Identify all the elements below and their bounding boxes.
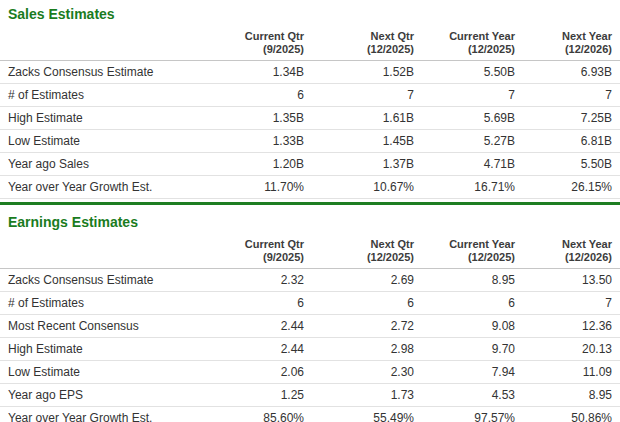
cell-value: 2.30 — [312, 361, 422, 384]
cell-value: 5.50B — [523, 153, 620, 176]
header-row: Current Qtr(9/2025)Next Qtr(12/2025)Curr… — [0, 230, 620, 269]
column-header-label: Next Qtr — [312, 30, 414, 43]
cell-value: 55.49% — [312, 407, 422, 422]
column-header: Current Year(12/2025) — [422, 230, 523, 269]
table-row: Low Estimate2.062.307.9411.09 — [0, 361, 620, 384]
cell-value: 7 — [523, 84, 620, 107]
cell-value: 2.98 — [312, 338, 422, 361]
table-row: Zacks Consensus Estimate1.34B1.52B5.50B6… — [0, 61, 620, 84]
sales-estimates-section: Sales Estimates Current Qtr(9/2025)Next … — [0, 6, 620, 199]
cell-value: 1.34B — [240, 61, 312, 84]
table-row: Year ago Sales1.20B1.37B4.71B5.50B — [0, 153, 620, 176]
table-row: Zacks Consensus Estimate2.322.698.9513.5… — [0, 269, 620, 292]
cell-value: 7 — [312, 84, 422, 107]
cell-value: 26.15% — [523, 176, 620, 199]
table-row: Year over Year Growth Est.11.70%10.67%16… — [0, 176, 620, 199]
cell-value: 2.72 — [312, 315, 422, 338]
cell-value: 4.71B — [422, 153, 523, 176]
table-row: Year over Year Growth Est.85.60%55.49%97… — [0, 407, 620, 422]
cell-value: 1.25 — [240, 384, 312, 407]
cell-value: 97.57% — [422, 407, 523, 422]
earnings-estimates-title: Earnings Estimates — [8, 214, 620, 230]
cell-value: 6 — [422, 292, 523, 315]
column-header-label: Current Qtr — [240, 238, 304, 251]
cell-value: 10.67% — [312, 176, 422, 199]
cell-value: 16.71% — [422, 176, 523, 199]
cell-value: 9.70 — [422, 338, 523, 361]
column-header: Current Qtr(9/2025) — [240, 22, 312, 61]
cell-value: 7.25B — [523, 107, 620, 130]
cell-value: 5.69B — [422, 107, 523, 130]
column-header-label: Current Year — [422, 30, 515, 43]
earnings-estimates-section: Earnings Estimates Current Qtr(9/2025)Ne… — [0, 214, 620, 422]
cell-value: 4.53 — [422, 384, 523, 407]
column-header-blank — [0, 230, 240, 269]
column-header-period: (12/2025) — [422, 251, 515, 264]
section-divider — [0, 202, 620, 205]
cell-value: 1.61B — [312, 107, 422, 130]
column-header-blank — [0, 22, 240, 61]
estimates-page: Sales Estimates Current Qtr(9/2025)Next … — [0, 6, 620, 422]
cell-value: 1.20B — [240, 153, 312, 176]
column-header-period: (12/2025) — [422, 43, 515, 56]
column-header-label: Next Year — [523, 30, 612, 43]
row-label: Year ago Sales — [0, 153, 240, 176]
column-header-period: (12/2025) — [312, 251, 414, 264]
cell-value: 6 — [240, 292, 312, 315]
row-label: High Estimate — [0, 107, 240, 130]
cell-value: 9.08 — [422, 315, 523, 338]
cell-value: 11.70% — [240, 176, 312, 199]
cell-value: 2.06 — [240, 361, 312, 384]
row-label: Year over Year Growth Est. — [0, 176, 240, 199]
column-header: Next Year(12/2026) — [523, 230, 620, 269]
table-row: High Estimate2.442.989.7020.13 — [0, 338, 620, 361]
row-label: High Estimate — [0, 338, 240, 361]
table-row: # of Estimates6777 — [0, 84, 620, 107]
cell-value: 1.37B — [312, 153, 422, 176]
table-row: High Estimate1.35B1.61B5.69B7.25B — [0, 107, 620, 130]
cell-value: 1.52B — [312, 61, 422, 84]
cell-value: 2.44 — [240, 315, 312, 338]
cell-value: 85.60% — [240, 407, 312, 422]
cell-value: 2.32 — [240, 269, 312, 292]
cell-value: 20.13 — [523, 338, 620, 361]
earnings-estimates-table: Current Qtr(9/2025)Next Qtr(12/2025)Curr… — [0, 230, 620, 422]
sales-estimates-table: Current Qtr(9/2025)Next Qtr(12/2025)Curr… — [0, 22, 620, 199]
cell-value: 1.73 — [312, 384, 422, 407]
row-label: # of Estimates — [0, 84, 240, 107]
cell-value: 6.93B — [523, 61, 620, 84]
cell-value: 7 — [422, 84, 523, 107]
row-label: Zacks Consensus Estimate — [0, 269, 240, 292]
cell-value: 6.81B — [523, 130, 620, 153]
cell-value: 5.50B — [422, 61, 523, 84]
column-header: Current Qtr(9/2025) — [240, 230, 312, 269]
table-row: Year ago EPS1.251.734.538.95 — [0, 384, 620, 407]
sales-estimates-title: Sales Estimates — [8, 6, 620, 22]
row-label: # of Estimates — [0, 292, 240, 315]
cell-value: 7.94 — [422, 361, 523, 384]
column-header: Next Qtr(12/2025) — [312, 22, 422, 61]
cell-value: 1.45B — [312, 130, 422, 153]
column-header-label: Next Year — [523, 238, 612, 251]
cell-value: 6 — [312, 292, 422, 315]
column-header-label: Current Qtr — [240, 30, 304, 43]
table-row: # of Estimates6667 — [0, 292, 620, 315]
row-label: Zacks Consensus Estimate — [0, 61, 240, 84]
column-header-period: (12/2026) — [523, 251, 612, 264]
row-label: Low Estimate — [0, 130, 240, 153]
column-header-period: (9/2025) — [240, 251, 304, 264]
cell-value: 12.36 — [523, 315, 620, 338]
cell-value: 8.95 — [523, 384, 620, 407]
table-row: Most Recent Consensus2.442.729.0812.36 — [0, 315, 620, 338]
row-label: Year ago EPS — [0, 384, 240, 407]
cell-value: 6 — [240, 84, 312, 107]
cell-value: 5.27B — [422, 130, 523, 153]
cell-value: 1.35B — [240, 107, 312, 130]
cell-value: 7 — [523, 292, 620, 315]
cell-value: 11.09 — [523, 361, 620, 384]
column-header: Next Year(12/2026) — [523, 22, 620, 61]
column-header: Current Year(12/2025) — [422, 22, 523, 61]
table-row: Low Estimate1.33B1.45B5.27B6.81B — [0, 130, 620, 153]
row-label: Most Recent Consensus — [0, 315, 240, 338]
header-row: Current Qtr(9/2025)Next Qtr(12/2025)Curr… — [0, 22, 620, 61]
